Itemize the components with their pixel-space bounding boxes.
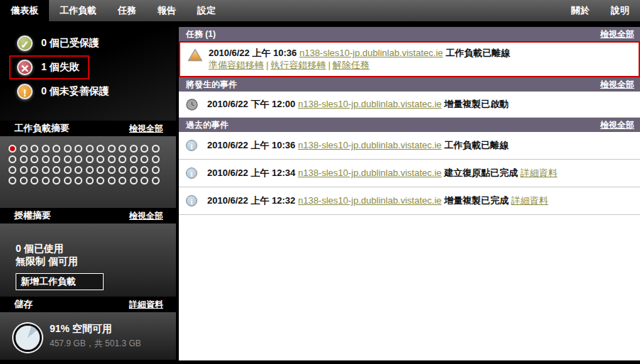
past-event-row: i 2010/6/22 上午 12:34 n138-sles10-jp.dubl… [179, 160, 640, 187]
past-event-row: i 2010/6/22 上午 12:32 n138-sles10-jp.dubl… [179, 187, 640, 215]
workload-dot [96, 155, 104, 163]
upcoming-events-view-all-link[interactable]: 檢視全部 [600, 79, 634, 91]
status-underprotected-label: 0 個未妥善保護 [41, 85, 109, 98]
status-item-failed[interactable]: ✕ 1 個失敗 [9, 55, 89, 79]
storage-size-label: 457.9 GB，共 501.3 GB [50, 338, 141, 350]
workload-dot [53, 145, 60, 153]
storage-title: 儲存 [14, 298, 33, 311]
action-separator: | [266, 60, 268, 70]
past-events-section-header: 過去的事件 檢視全部 [179, 118, 640, 132]
workload-dot [130, 155, 138, 163]
storage-text: 91% 空間可用 457.9 GB，共 501.3 GB [50, 323, 141, 350]
workload-dot [118, 166, 126, 174]
status-protected-label: 0 個已受保護 [41, 37, 99, 50]
workload-dot [130, 166, 138, 174]
nav-item-reports[interactable]: 報告 [147, 0, 187, 21]
workload-dot [42, 155, 50, 163]
storage-details-link[interactable]: 詳細資料 [129, 299, 163, 311]
upcoming-events-section-header: 將發生的事件 檢視全部 [179, 77, 640, 92]
past-events-title: 過去的事件 [186, 119, 228, 131]
task-actions: 準備容錯移轉|執行容錯移轉|解除任務 [209, 59, 633, 71]
licenses-available-label: 無限制 個可用 [16, 255, 176, 268]
workload-dot [75, 145, 82, 153]
workload-dot [31, 177, 38, 184]
info-icon: i [186, 195, 197, 206]
nav-item-help[interactable]: 說明 [600, 0, 640, 21]
upcoming-event-row: 2010/6/22 下午 12:00 n138-sles10-jp.dublin… [179, 92, 640, 118]
exclamation-circle-icon: ! [17, 84, 33, 99]
past-event-timestamp: 2010/6/22 上午 12:32 [207, 195, 295, 206]
licenses-used-label: 0 個已使用 [16, 242, 176, 255]
workload-dot [20, 177, 28, 184]
status-item-underprotected[interactable]: ! 0 個未妥善保護 [17, 84, 109, 99]
workload-dot [64, 155, 72, 163]
workload-dot [130, 145, 138, 153]
workload-dot [75, 177, 82, 184]
storage-header: 儲存 詳細資料 [0, 297, 176, 312]
workload-dot [118, 145, 126, 153]
workload-dot [20, 166, 28, 174]
workload-dot-failed [9, 145, 16, 153]
nav-item-settings[interactable]: 設定 [187, 0, 226, 21]
workload-dot [140, 166, 148, 174]
run-failover-link[interactable]: 執行容錯移轉 [270, 60, 326, 70]
workload-summary-header: 工作負載摘要 檢視全部 [0, 121, 176, 136]
dismiss-task-link[interactable]: 解除任務 [333, 60, 370, 70]
workload-dot [86, 145, 94, 153]
status-item-protected[interactable]: ✓ 0 個已受保護 [17, 35, 99, 51]
main-panel: 任務 (1) 檢視全部 2010/6/22 上午 10:36 n138-sles… [179, 27, 640, 360]
workload-dot [31, 166, 38, 174]
workload-dot [108, 166, 116, 174]
workload-dot [86, 155, 94, 163]
license-summary-title: 授權摘要 [14, 209, 51, 222]
workload-dot [64, 145, 72, 153]
workload-dot [140, 177, 148, 184]
past-event-details-link[interactable]: 詳細資料 [521, 167, 558, 178]
workload-dot [20, 155, 28, 163]
workload-dot [96, 145, 104, 153]
tasks-view-all-link[interactable]: 檢視全部 [600, 28, 634, 40]
action-separator: | [328, 60, 330, 70]
past-event-details-link[interactable]: 詳細資料 [512, 195, 548, 206]
past-event-message: 增量複製已完成 [444, 195, 509, 206]
task-message: 工作負載已離線 [446, 48, 510, 58]
nav-item-about[interactable]: 關於 [561, 0, 600, 21]
workload-summary-title: 工作負載摘要 [14, 122, 70, 135]
task-timestamp: 2010/6/22 上午 10:36 [209, 48, 297, 58]
x-circle-icon: ✕ [17, 60, 33, 75]
workload-dot [9, 177, 16, 184]
workload-dot [53, 155, 60, 163]
task-host-link[interactable]: n138-sles10-jp.dublinlab.vistatec.ie [299, 48, 443, 58]
workload-dot [53, 166, 60, 174]
workload-grid [9, 145, 176, 187]
upcoming-event-host-link[interactable]: n138-sles10-jp.dublinlab.vistatec.ie [298, 99, 441, 109]
workload-dot [42, 177, 50, 184]
upcoming-event-timestamp: 2010/6/22 下午 12:00 [207, 99, 295, 109]
nav-item-dashboard[interactable]: 儀表板 [0, 0, 49, 21]
workload-dot [108, 177, 116, 184]
past-event-host-link[interactable]: n138-sles10-jp.dublinlab.vistatec.ie [298, 167, 441, 178]
past-event-timestamp: 2010/6/22 上午 10:36 [207, 140, 295, 150]
tasks-title: 任務 (1) [186, 28, 216, 40]
sidebar: ✓ 0 個已受保護 ✕ 1 個失敗 ! 0 個未妥善保護 工作負載摘要 檢視全部… [0, 21, 176, 364]
workload-dot [118, 177, 126, 184]
workload-dot [152, 145, 160, 153]
license-summary-view-all-link[interactable]: 檢視全部 [129, 210, 163, 222]
upcoming-event-message: 增量複製已啟動 [444, 99, 509, 109]
past-event-host-link[interactable]: n138-sles10-jp.dublinlab.vistatec.ie [298, 140, 441, 150]
past-event-row: i 2010/6/22 上午 10:36 n138-sles10-jp.dubl… [179, 132, 640, 160]
workload-summary-view-all-link[interactable]: 檢視全部 [129, 123, 163, 135]
workload-dot [118, 155, 126, 163]
workload-dot [53, 177, 60, 184]
past-events-view-all-link[interactable]: 檢視全部 [600, 119, 634, 131]
nav-item-workloads[interactable]: 工作負載 [49, 0, 107, 21]
workload-dot [86, 166, 94, 174]
past-event-host-link[interactable]: n138-sles10-jp.dublinlab.vistatec.ie [298, 195, 441, 206]
storage-pie-icon [16, 326, 40, 350]
nav-item-tasks[interactable]: 任務 [107, 0, 147, 21]
workload-dot [140, 155, 148, 163]
prepare-failover-link[interactable]: 準備容錯移轉 [209, 60, 264, 70]
workload-summary-panel [0, 136, 176, 208]
add-workload-button[interactable]: 新增工作負載 [16, 273, 104, 290]
top-nav: 儀表板 工作負載 任務 報告 設定 關於 說明 [0, 0, 640, 21]
